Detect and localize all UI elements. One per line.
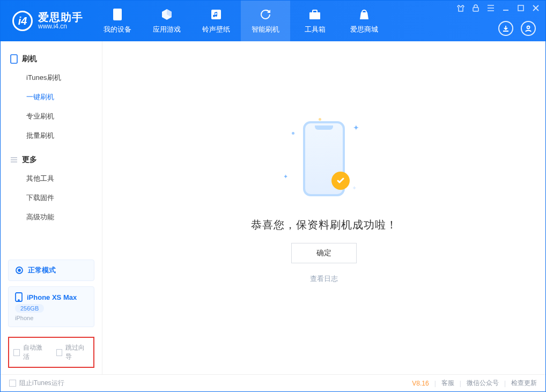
svg-rect-3 — [313, 10, 317, 13]
checkbox-icon — [56, 349, 63, 356]
checkbox-label: 跳过向导 — [65, 343, 89, 361]
sidebar-group-label: 刷机 — [22, 54, 37, 64]
device-name: iPhone XS Max — [27, 293, 77, 301]
download-icon[interactable] — [498, 21, 513, 36]
nav-label: 铃声壁纸 — [202, 25, 230, 34]
checkbox-label: 自动激活 — [23, 343, 47, 361]
music-icon — [209, 8, 223, 21]
user-icon[interactable] — [521, 21, 536, 36]
svg-point-6 — [527, 26, 530, 29]
checkbox-icon — [13, 349, 20, 356]
tab-ringtones-wallpapers[interactable]: 铃声壁纸 — [191, 1, 241, 41]
app-title: 爱思助手 — [38, 11, 83, 23]
device-boxes: 正常模式 iPhone XS Max 256GB iPhone — [1, 260, 102, 334]
logo-text: 爱思助手 www.i4.cn — [38, 11, 83, 30]
device-icon — [15, 292, 23, 302]
ok-button[interactable]: 确定 — [291, 243, 357, 263]
tab-store[interactable]: 爱思商城 — [340, 1, 389, 41]
device-card[interactable]: iPhone XS Max 256GB iPhone — [8, 286, 94, 327]
tshirt-icon[interactable] — [456, 4, 465, 12]
success-check-icon — [331, 172, 350, 190]
mode-icon — [15, 266, 24, 275]
svg-rect-7 — [11, 55, 17, 63]
phone-notch — [315, 125, 333, 130]
footer-link-support[interactable]: 客服 — [441, 379, 454, 388]
phone-icon — [10, 54, 18, 64]
sparkle-icon: ✦ — [353, 123, 359, 132]
bottom-options-highlight: 自动激活 跳过向导 — [8, 337, 94, 368]
sidebar-item-oneclick-flash[interactable]: 一键刷机 — [1, 87, 102, 107]
separator: | — [460, 380, 461, 387]
success-title: 恭喜您，保资料刷机成功啦！ — [251, 218, 397, 232]
device-icon — [110, 8, 124, 21]
body: 刷机 iTunes刷机 一键刷机 专业刷机 批量刷机 更多 其他工具 下载固件 … — [1, 41, 545, 374]
svg-point-11 — [18, 300, 19, 301]
tab-smart-flash[interactable]: 智能刷机 — [241, 1, 290, 41]
mode-card[interactable]: 正常模式 — [8, 260, 94, 281]
separator: | — [434, 380, 436, 387]
nav-label: 应用游戏 — [153, 25, 181, 34]
success-illustration: ✦ ✦ + — [276, 110, 372, 207]
logo: i4 爱思助手 www.i4.cn — [1, 11, 93, 31]
refresh-icon — [259, 8, 272, 21]
checkbox-auto-activate[interactable]: 自动激活 — [13, 343, 47, 361]
separator: | — [504, 380, 506, 387]
sparkle-icon: ✦ — [283, 173, 288, 180]
checkbox-skip-guide[interactable]: 跳过向导 — [56, 343, 90, 361]
checkbox-icon — [9, 380, 16, 387]
lock-icon[interactable] — [471, 4, 480, 12]
close-icon[interactable] — [532, 4, 540, 12]
version-label: V8.16 — [412, 380, 429, 387]
footer: 阻止iTunes运行 V8.16 | 客服 | 微信公众号 | 检查更新 — [1, 374, 545, 391]
checkbox-block-itunes[interactable]: 阻止iTunes运行 — [9, 379, 64, 388]
nav-label: 我的设备 — [104, 25, 131, 34]
sidebar: 刷机 iTunes刷机 一键刷机 专业刷机 批量刷机 更多 其他工具 下载固件 … — [1, 41, 102, 374]
sidebar-item-download-firmware[interactable]: 下载固件 — [1, 188, 102, 208]
nav-label: 工具箱 — [305, 25, 326, 34]
svg-rect-0 — [113, 9, 122, 20]
decor-dot — [292, 132, 294, 135]
svg-rect-5 — [518, 5, 523, 11]
svg-point-9 — [18, 269, 20, 271]
logo-mark-icon: i4 — [12, 11, 33, 31]
tab-toolbox[interactable]: 工具箱 — [290, 1, 340, 41]
sidebar-item-itunes-flash[interactable]: iTunes刷机 — [1, 68, 102, 87]
decor-dot — [319, 118, 321, 121]
nav-label: 智能刷机 — [252, 25, 279, 34]
store-icon — [357, 8, 371, 21]
titlebar-controls — [456, 4, 540, 12]
sidebar-item-advanced[interactable]: 高级功能 — [1, 208, 102, 227]
tab-apps-games[interactable]: 应用游戏 — [142, 1, 191, 41]
svg-rect-4 — [473, 8, 478, 11]
sidebar-item-other-tools[interactable]: 其他工具 — [1, 169, 102, 188]
maximize-icon[interactable] — [517, 4, 525, 12]
sidebar-group-more: 更多 — [1, 151, 102, 169]
sparkle-icon: + — [353, 184, 356, 191]
nav-tabs: 我的设备 应用游戏 铃声壁纸 智能刷机 — [93, 1, 389, 41]
app-window: i4 爱思助手 www.i4.cn 我的设备 应用游戏 — [0, 0, 546, 392]
sidebar-group-flash: 刷机 — [1, 50, 102, 68]
main-content: ✦ ✦ + 恭喜您，保资料刷机成功啦！ 确定 查看日志 — [102, 41, 545, 374]
sidebar-group-label: 更多 — [22, 155, 37, 165]
tab-my-device[interactable]: 我的设备 — [93, 1, 142, 41]
header-right-icons — [498, 21, 536, 36]
footer-right: V8.16 | 客服 | 微信公众号 | 检查更新 — [412, 379, 537, 388]
device-type: iPhone — [15, 315, 87, 321]
view-log-link[interactable]: 查看日志 — [310, 274, 338, 284]
svg-rect-1 — [211, 10, 221, 19]
nav-label: 爱思商城 — [350, 25, 378, 34]
mode-label: 正常模式 — [28, 265, 56, 275]
sidebar-item-pro-flash[interactable]: 专业刷机 — [1, 107, 102, 126]
cube-icon — [160, 8, 174, 21]
minimize-icon[interactable] — [501, 4, 510, 12]
footer-link-update[interactable]: 检查更新 — [511, 379, 537, 388]
toolbox-icon — [308, 8, 322, 21]
sidebar-item-batch-flash[interactable]: 批量刷机 — [1, 126, 102, 145]
app-subtitle: www.i4.cn — [38, 23, 83, 30]
menu-lines-icon — [10, 156, 18, 164]
menu-icon[interactable] — [486, 4, 495, 12]
checkbox-label: 阻止iTunes运行 — [19, 379, 64, 388]
footer-link-wechat[interactable]: 微信公众号 — [467, 379, 499, 388]
device-storage: 256GB — [15, 304, 44, 313]
header: i4 爱思助手 www.i4.cn 我的设备 应用游戏 — [1, 1, 545, 41]
